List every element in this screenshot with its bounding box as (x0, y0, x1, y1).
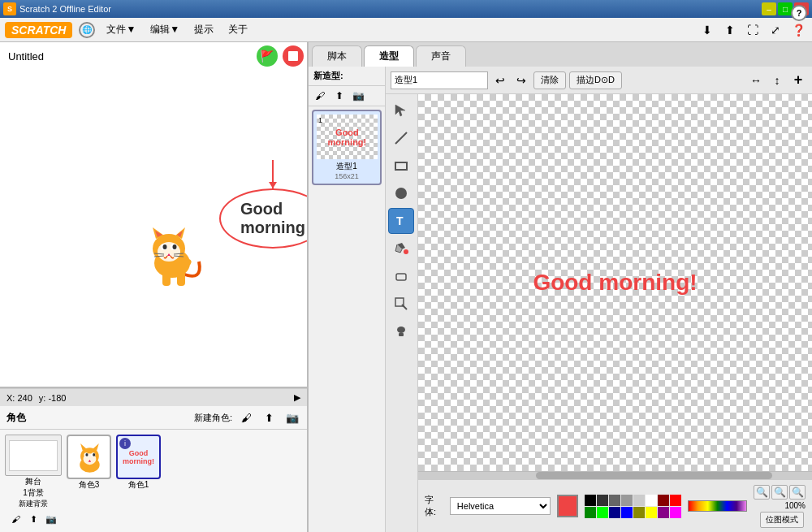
color-cell[interactable] (597, 495, 608, 506)
stop-button[interactable] (283, 45, 304, 67)
stage-thumbnail[interactable] (5, 435, 62, 476)
sprite-item-gm[interactable]: i Good morning! 角色1 (116, 435, 161, 527)
upload-sprite-icon[interactable]: ⬆ (261, 409, 278, 426)
active-color-swatch[interactable] (557, 495, 578, 517)
canvas-scrollbar[interactable] (418, 471, 812, 479)
color-cell[interactable] (646, 495, 657, 506)
svg-point-31 (395, 188, 407, 199)
file-menu[interactable]: 文件▼ (100, 20, 142, 39)
window-title: Scratch 2 Offline Editor (19, 4, 111, 14)
costume-name-label: 造型1 (317, 161, 377, 172)
flip-h-icon[interactable]: ↔ (747, 71, 765, 89)
help-button[interactable]: ? (791, 5, 807, 21)
resize-icon[interactable]: ⤢ (767, 21, 784, 39)
right-panel: 脚本 造型 声音 新造型: 🖌 ⬆ 📷 (309, 42, 812, 532)
download-icon[interactable]: ⬇ (698, 21, 716, 39)
help-icon[interactable]: ❓ (789, 21, 807, 39)
redo-btn[interactable]: ↪ (512, 71, 530, 89)
sprites-label: 角色 (6, 411, 188, 425)
camera-sprite-icon[interactable]: 📷 (284, 409, 300, 426)
color-cell[interactable] (585, 495, 596, 506)
zoom-select-tool-btn[interactable] (388, 291, 414, 317)
rainbow-color-strip[interactable] (688, 500, 747, 512)
bg-upload-icon[interactable]: ⬆ (25, 511, 41, 527)
title-bar: S Scratch 2 Offline Editor – □ ✕ (0, 0, 812, 18)
minimize-button[interactable]: – (762, 2, 776, 15)
color-cell[interactable] (621, 495, 633, 506)
scrollbar-thumb[interactable] (536, 472, 772, 479)
main-area: Untitled 🚩 (0, 42, 812, 532)
costume-item-1[interactable]: 1 Good morning! 造型1 156x21 (312, 110, 382, 185)
zoom-out-btn[interactable]: 🔍 (754, 485, 770, 500)
color-cell[interactable] (585, 507, 596, 518)
fill-mode-btn[interactable]: 位图模式 (760, 512, 804, 528)
new-costume-label: 新造型: (309, 67, 385, 86)
tips-menu[interactable]: 提示 (188, 20, 220, 39)
green-flag-button[interactable]: 🚩 (257, 45, 278, 67)
rect-tool-btn[interactable] (388, 153, 414, 179)
undo-btn[interactable]: ↩ (491, 71, 509, 89)
fill-tool-btn[interactable] (388, 236, 414, 262)
about-menu[interactable]: 关于 (222, 20, 254, 39)
sprites-header: 角色 新建角色: 🖌 ⬆ 📷 (0, 406, 307, 430)
color-cell[interactable] (646, 507, 657, 518)
costume-text-preview: Good morning! (317, 128, 378, 147)
line-tool-btn[interactable] (388, 125, 414, 151)
costume-list: 1 Good morning! 造型1 156x21 (309, 106, 385, 532)
color-cell[interactable] (633, 507, 645, 518)
sprite-thumbnail-cat[interactable] (67, 435, 111, 479)
color-cell[interactable] (670, 495, 681, 506)
menu-bar: SCRATCH 🌐 文件▼ 编辑▼ 提示 关于 ⬇ ⬆ ⛶ ⤢ ❓ (0, 18, 812, 42)
titlebar-left: S Scratch 2 Offline Editor (3, 2, 111, 15)
zoom-in-btn[interactable]: 🔍 (789, 485, 806, 500)
erase-tool-btn[interactable] (388, 263, 414, 289)
bg-paint-icon[interactable]: 🖌 (7, 511, 24, 527)
stage-controls: 🚩 (257, 45, 304, 67)
paint-toolbar: ↩ ↪ 清除 描边D⊙D ↔ ↕ + ? (386, 67, 812, 94)
tab-scripts[interactable]: 脚本 (312, 45, 362, 67)
sprite-thumbnail-gm[interactable]: i Good morning! (116, 435, 161, 479)
language-button[interactable]: 🌐 (79, 22, 95, 38)
color-cell[interactable] (658, 507, 669, 518)
cat-sprite[interactable] (138, 213, 211, 286)
zoom-area: 🔍 🔍 🔍 100% 位图模式 (754, 485, 806, 528)
tab-costumes[interactable]: 造型 (364, 45, 414, 67)
sprites-panel: 角色 新建角色: 🖌 ⬆ 📷 舞台 1背景 新建背景 🖌 ⬆ (0, 406, 307, 532)
zoom-reset-btn[interactable]: 🔍 (771, 485, 788, 500)
new-costume-tools: 🖌 ⬆ 📷 (309, 86, 385, 106)
color-cell[interactable] (670, 507, 681, 518)
paint-canvas-area[interactable]: Good morning! (418, 94, 812, 471)
color-cell[interactable] (633, 495, 645, 506)
font-selector[interactable]: Helvetica Arial Times New Roman (450, 497, 551, 515)
expand-button[interactable]: ▶ (294, 392, 300, 403)
add-border-btn[interactable]: 描边D⊙D (569, 71, 622, 89)
color-cell[interactable] (658, 495, 669, 506)
sprite-info-badge: i (119, 438, 131, 449)
sprites-content: 舞台 1背景 新建背景 🖌 ⬆ 📷 (0, 430, 307, 532)
upload-icon[interactable]: ⬆ (721, 21, 739, 39)
stamp-tool-btn[interactable] (388, 318, 414, 344)
paint-sprite-icon[interactable]: 🖌 (239, 409, 255, 426)
color-cell[interactable] (621, 507, 633, 518)
paint-editor: ↩ ↪ 清除 描边D⊙D ↔ ↕ + ? (386, 67, 812, 532)
paint-costume-btn[interactable]: 🖌 (312, 88, 328, 104)
svg-point-26 (85, 453, 88, 456)
camera-costume-btn[interactable]: 📷 (351, 88, 367, 104)
circle-tool-btn[interactable] (388, 180, 414, 206)
color-cell[interactable] (609, 495, 620, 506)
flip-v-icon[interactable]: ↕ (768, 71, 786, 89)
add-paint-icon[interactable]: + (789, 71, 807, 89)
upload-costume-btn[interactable]: ⬆ (331, 88, 348, 104)
select-tool-btn[interactable] (388, 97, 414, 123)
costume-name-input[interactable] (391, 71, 488, 89)
edit-menu[interactable]: 编辑▼ (144, 20, 186, 39)
clear-btn[interactable]: 清除 (533, 71, 566, 89)
text-tool-btn[interactable]: T (388, 208, 414, 234)
color-cell[interactable] (609, 507, 620, 518)
fullscreen-icon[interactable]: ⛶ (744, 21, 762, 39)
tab-sounds[interactable]: 声音 (416, 45, 466, 67)
svg-rect-1 (162, 271, 171, 286)
sprite-item-cat[interactable]: 角色3 (67, 435, 111, 527)
bg-camera-icon[interactable]: 📷 (43, 511, 59, 527)
color-cell[interactable] (597, 507, 608, 518)
